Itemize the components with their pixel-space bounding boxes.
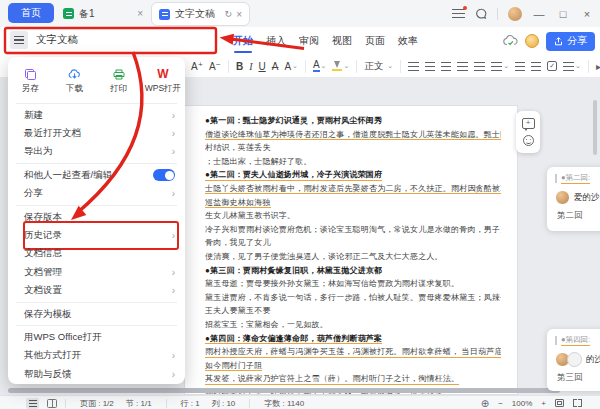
bullet-list-dropdown[interactable]: ⌄ [563,62,581,71]
file-menu-panel: 另存 下载 打印 W WPS打开 新建 › 最近打开文档 › 导出为 › [8,57,185,384]
document-line: ●第一回：甄士隐梦幻识通灵，贾雨村风尘怀闺秀 [205,114,501,128]
close-tab-icon[interactable]: × [137,8,143,19]
cloud-sync-icon[interactable] [503,35,518,47]
text-effect-dropdown[interactable]: A ⌄ [284,61,298,72]
horizontal-scrollbar[interactable] [8,388,560,393]
align-distribute-icon[interactable] [474,62,485,71]
tab-doc-sheet[interactable]: 备1 × [56,3,150,24]
align-justify-icon[interactable] [457,62,468,71]
font-increase-icon[interactable]: A⁺ [191,61,203,72]
menu-item-doc-manage[interactable]: 文档管理 › [8,263,185,281]
font-decrease-icon[interactable]: A⁻ [209,61,221,72]
file-menu-button[interactable]: 文字文稿 [10,31,78,49]
membership-icon[interactable] [525,34,539,48]
vertical-scrollbar[interactable] [593,100,597,155]
close-window-button[interactable]: × [580,8,594,20]
user-avatar[interactable] [508,7,522,21]
menu-item-label: 保存为模板 [24,308,72,321]
save-as-icon [25,69,36,80]
menu-item-label: 历史记录 [24,229,62,242]
checkbox-list-icon[interactable]: ✓ [547,61,557,71]
chevron-down-icon: ⌄ [503,62,509,70]
menu-item-open-wps-office[interactable]: 用WPS Office打开 [8,328,185,346]
ribbon-tab-page[interactable]: 页面 [365,27,385,55]
font-color-dropdown[interactable]: A ⌄ [313,60,327,72]
chevron-right-icon: › [172,350,175,361]
message-icon[interactable] [475,8,487,20]
zoom-in-button[interactable]: + [541,399,546,408]
share-icon [554,37,563,46]
hamburger-icon[interactable] [10,31,28,49]
strikethrough-icon[interactable]: A [272,61,279,72]
highlight-color-dropdown[interactable]: ⌄ [332,61,349,71]
save-as-button[interactable]: 另存 [8,63,52,101]
ribbon-tab-review[interactable]: 审阅 [299,27,319,55]
minimize-button[interactable]: — [532,8,546,20]
page-layout-icon[interactable] [47,399,57,408]
ribbon-tab-home[interactable]: 开始 [233,27,253,55]
menu-item-save-template[interactable]: 保存为模板 [8,305,185,323]
tab-doc-writer[interactable]: 文字文稿 ↻ × [151,2,250,26]
fullscreen-icon[interactable] [573,399,582,407]
comment-card[interactable]: ●第二回: 爱的沙 第二回 [547,167,600,231]
document-page[interactable]: ●第一回：甄士隐梦幻识通灵，贾雨村风尘怀闺秀僧道谈论绛珠仙草为神瑛侍者还泪之事，… [184,105,518,395]
underline-icon[interactable]: U [258,61,265,72]
paragraph-style-select[interactable]: 正文 ⌄ [364,60,393,73]
tab-label: 备1 [79,7,95,21]
menu-item-collaborate[interactable]: 和他人一起查看/编辑 [8,166,185,184]
ribbon-tab-view[interactable]: 视图 [332,27,352,55]
indent-decrease-icon[interactable] [515,62,525,71]
zoom-out-button[interactable]: − [498,399,503,408]
ribbon-tab-efficiency[interactable]: 效率 [398,27,418,55]
menu-item-export[interactable]: 导出为 › [8,143,185,161]
word-count: 字数 : 1140 [264,398,304,409]
fit-page-icon[interactable] [555,399,564,407]
align-right-icon[interactable] [441,62,451,71]
menu-item-history[interactable]: 历史记录 › [8,226,185,244]
refresh-icon[interactable]: ↻ [225,9,233,19]
share-button[interactable]: 分享 [546,32,595,51]
document-line: 雨村补授应天府，薛蟠与冯渊争买玉莲，冯渊被打死。雨村欲拿薛蟠， 当日葫芦庙小沙弥… [205,345,501,359]
indent-increase-icon[interactable] [531,62,541,71]
menu-item-share[interactable]: 分享 › [8,185,185,203]
menu-item-doc-info[interactable]: 文档信息 [8,245,185,263]
line-spacing-icon [491,62,502,71]
menu-item-help-feedback[interactable]: 帮助与反馈 › [8,365,185,383]
quick-action-label: 打印 [110,83,127,95]
add-comment-icon[interactable]: + [522,118,535,129]
close-tab-icon[interactable]: × [236,9,242,20]
emoji-icon[interactable] [523,135,534,146]
maximize-button[interactable]: □ [556,8,570,20]
download-button[interactable]: 下载 [52,63,96,101]
ribbon-tab-insert[interactable]: 插入 [266,27,286,55]
document-line: 便清爽，见了男子便觉浊臭逼人，谈论邪正二气及大仁大恶之人。 [205,250,501,264]
open-in-wps-button[interactable]: W WPS打开 [141,63,185,101]
translate-icon[interactable]: ⊕ [481,398,489,409]
bold-icon[interactable]: B [236,61,243,72]
align-center-icon[interactable] [425,62,435,71]
menu-item-recent[interactable]: 最近打开文档 › [8,124,185,142]
more-tools-icon[interactable]: ▸ [596,61,600,72]
collaborate-toggle[interactable] [153,169,175,181]
print-button[interactable]: 打印 [97,63,141,101]
text-effect-icon: A [284,61,291,72]
chevron-right-icon: › [172,128,175,139]
line-spacing-dropdown[interactable]: ⌄ [491,62,509,71]
comment-card[interactable]: ●第四回: 的沙 第三回 [547,329,600,391]
italic-icon[interactable]: I [249,61,252,72]
zoom-level[interactable]: 100% [512,399,532,408]
menu-item-save-version[interactable]: 保存版本 [8,208,185,226]
menu-item-doc-settings[interactable]: 文档设置 › [8,282,185,300]
menu-item-new[interactable]: 新建 › [8,106,185,124]
wps-logo-icon: W [157,69,168,80]
tab-home[interactable]: 首页 [8,3,54,23]
app-menu-icon[interactable] [452,9,465,18]
file-menu-label: 文字文稿 [36,33,78,47]
chevron-down-icon: ⌄ [343,62,349,70]
document-line: 村结识，英莲丢失 [205,141,501,155]
outline-view-icon[interactable] [26,398,39,409]
menu-item-label: 最近打开文档 [24,127,81,140]
align-left-icon[interactable] [408,62,419,71]
menu-item-label: 导出为 [24,145,53,158]
menu-item-open-other[interactable]: 其他方式打开 › [8,347,185,365]
